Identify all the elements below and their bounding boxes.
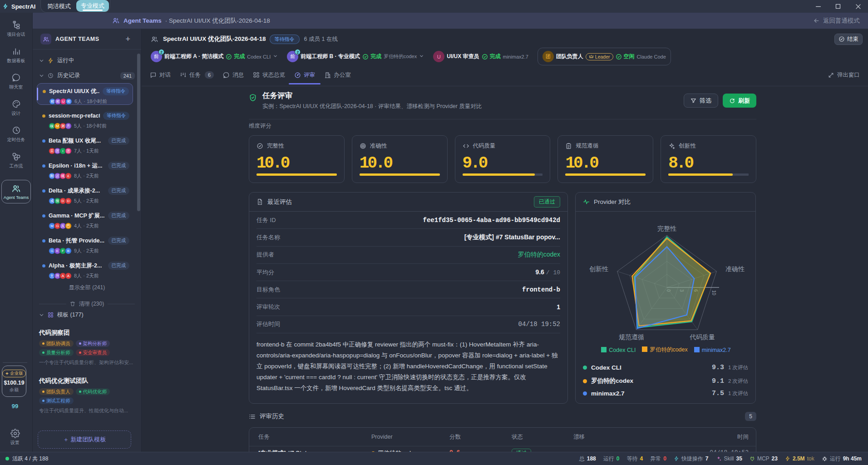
svg-text:10: 10 bbox=[711, 290, 716, 296]
svg-text:准确性: 准确性 bbox=[725, 265, 745, 272]
svg-text:完整性: 完整性 bbox=[657, 225, 676, 232]
svg-text:规范遵循: 规范遵循 bbox=[619, 333, 644, 341]
svg-text:创新性: 创新性 bbox=[589, 265, 608, 272]
svg-text:代码质量: 代码质量 bbox=[690, 333, 715, 341]
